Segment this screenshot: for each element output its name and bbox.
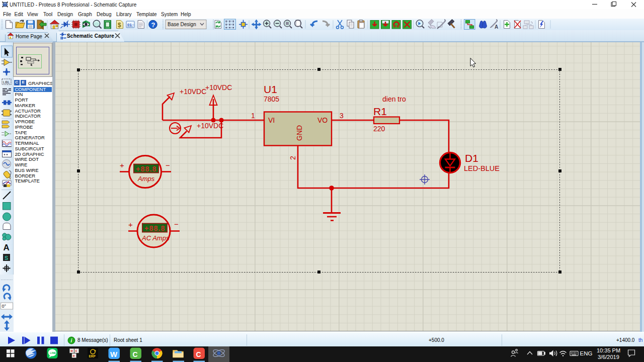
svg-text:LED-BLUE: LED-BLUE	[464, 164, 500, 172]
svg-text:VI: VI	[268, 116, 275, 124]
svg-text:LBL: LBL	[3, 80, 10, 84]
svg-text:th: th	[638, 337, 642, 343]
svg-text:1: 1	[251, 112, 255, 120]
svg-text:$: $	[118, 22, 121, 29]
svg-text:M: M	[71, 349, 73, 352]
svg-text:+10VDC: +10VDC	[180, 87, 206, 96]
svg-text:C: C	[133, 350, 138, 358]
svg-text:S: S	[5, 255, 8, 261]
svg-text:+88.8: +88.8	[144, 224, 166, 232]
svg-text:01··: 01··	[127, 23, 134, 27]
svg-text:+10VDC: +10VDC	[205, 83, 232, 92]
svg-text:8 Message(s): 8 Message(s)	[77, 337, 108, 343]
svg-text:2: 2	[289, 156, 297, 160]
svg-text:+88.8: +88.8	[136, 165, 157, 173]
svg-text:Amps: Amps	[137, 175, 155, 183]
svg-text:3: 3	[340, 112, 344, 120]
svg-text:VO: VO	[317, 116, 328, 124]
svg-text:R: R	[73, 354, 75, 357]
svg-text:U1: U1	[264, 83, 277, 95]
svg-text:−: −	[174, 220, 179, 228]
svg-text:W: W	[110, 350, 118, 358]
svg-text:+10VDC: +10VDC	[197, 122, 223, 130]
svg-text:A: A	[495, 24, 498, 30]
svg-text:+: +	[120, 161, 124, 169]
svg-text:C: C	[196, 350, 201, 358]
svg-text:?: ?	[151, 21, 155, 29]
svg-text:R1: R1	[373, 106, 387, 117]
svg-text:ENG: ENG	[580, 350, 593, 356]
svg-text:GND: GND	[295, 125, 303, 141]
svg-text:+: +	[128, 220, 133, 229]
svg-text:3/6/2019: 3/6/2019	[598, 354, 619, 360]
svg-text:10:35 PM: 10:35 PM	[597, 347, 620, 353]
svg-text:+1400.0: +1400.0	[616, 337, 635, 343]
svg-text:ERP: ERP	[89, 354, 96, 358]
svg-text:220: 220	[373, 125, 385, 133]
svg-text:dien tro: dien tro	[382, 95, 406, 103]
svg-text:0°: 0°	[2, 304, 7, 309]
svg-text:A: A	[4, 243, 10, 252]
svg-text:Base Design: Base Design	[168, 22, 196, 27]
svg-text:AC Amps: AC Amps	[141, 234, 170, 242]
svg-text:i: i	[71, 338, 72, 343]
svg-text:+500.0: +500.0	[429, 337, 444, 343]
svg-text:7805: 7805	[264, 95, 279, 103]
svg-text:LINE: LINE	[50, 351, 56, 354]
svg-text:D1: D1	[465, 152, 478, 164]
svg-text:−: −	[166, 161, 170, 169]
svg-text:Root sheet 1: Root sheet 1	[114, 337, 142, 343]
